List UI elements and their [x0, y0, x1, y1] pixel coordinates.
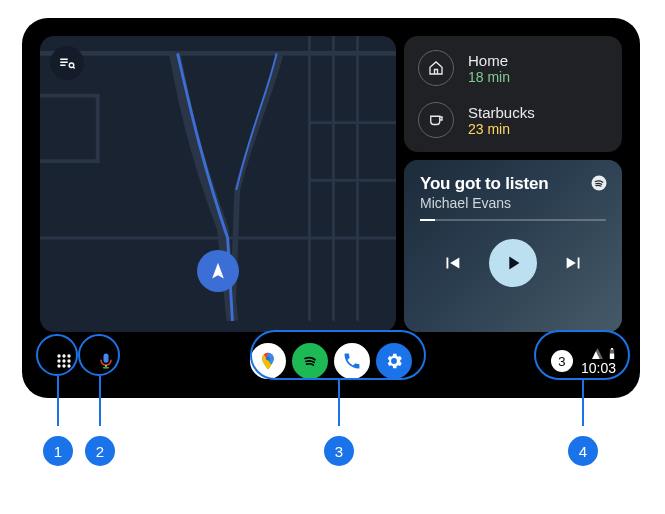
spotify-app-button[interactable]: [292, 343, 328, 379]
svg-point-4: [67, 354, 70, 357]
main-content: Home 18 min Starbucks 23 min: [40, 36, 622, 332]
destination-home[interactable]: Home 18 min: [404, 42, 622, 94]
media-progress-bar[interactable]: [420, 219, 606, 221]
settings-app-button[interactable]: [376, 343, 412, 379]
right-panel: Home 18 min Starbucks 23 min: [404, 36, 622, 332]
destination-name: Home: [468, 52, 510, 69]
cup-icon: [418, 102, 454, 138]
spotify-icon: [300, 351, 320, 371]
destination-time: 18 min: [468, 69, 510, 85]
voice-assistant-button[interactable]: [88, 343, 124, 379]
media-progress-fill: [420, 219, 435, 221]
google-maps-icon: [258, 351, 278, 371]
navigation-bar: 3 10:03: [32, 334, 630, 388]
navigation-arrow-icon: [208, 261, 228, 281]
svg-rect-15: [611, 348, 613, 350]
spotify-icon: [590, 174, 608, 192]
svg-point-12: [266, 356, 270, 360]
svg-point-0: [69, 63, 74, 68]
svg-point-9: [62, 364, 65, 367]
destination-starbucks[interactable]: Starbucks 23 min: [404, 94, 622, 146]
device-frame: Home 18 min Starbucks 23 min: [22, 18, 640, 398]
screen: Home 18 min Starbucks 23 min: [32, 28, 630, 388]
apps-grid-icon: [54, 351, 74, 371]
phone-icon: [342, 351, 362, 371]
callout-bubble-4: 4: [568, 436, 598, 466]
battery-icon: [608, 347, 616, 360]
map-view[interactable]: [40, 36, 396, 332]
svg-point-3: [62, 354, 65, 357]
search-list-icon: [58, 54, 76, 72]
gear-icon: [384, 351, 404, 371]
maps-app-button[interactable]: [250, 343, 286, 379]
media-title: You got to listen: [420, 174, 606, 194]
signal-icon: [591, 347, 604, 360]
microphone-icon: [96, 351, 116, 371]
destination-name: Starbucks: [468, 104, 535, 121]
svg-point-10: [67, 364, 70, 367]
previous-button[interactable]: [441, 252, 463, 274]
svg-point-5: [57, 359, 60, 362]
notifications-badge[interactable]: 3: [551, 350, 573, 372]
destinations-card: Home 18 min Starbucks 23 min: [404, 36, 622, 152]
destination-time: 23 min: [468, 121, 535, 137]
next-button[interactable]: [563, 252, 585, 274]
callout-bubble-2: 2: [85, 436, 115, 466]
svg-point-2: [57, 354, 60, 357]
media-player-card[interactable]: You got to listen Michael Evans: [404, 160, 622, 332]
app-launcher-button[interactable]: [46, 343, 82, 379]
svg-rect-14: [610, 353, 614, 358]
callout-bubble-3: 3: [324, 436, 354, 466]
media-artist: Michael Evans: [420, 195, 606, 211]
svg-point-6: [62, 359, 65, 362]
current-location-marker: [197, 250, 239, 292]
svg-rect-11: [104, 354, 109, 363]
play-button[interactable]: [489, 239, 537, 287]
phone-app-button[interactable]: [334, 343, 370, 379]
svg-point-7: [67, 359, 70, 362]
status-area: 10:03: [581, 347, 616, 376]
map-search-button[interactable]: [50, 46, 84, 80]
home-icon: [418, 50, 454, 86]
clock: 10:03: [581, 360, 616, 376]
callout-bubble-1: 1: [43, 436, 73, 466]
svg-point-8: [57, 364, 60, 367]
